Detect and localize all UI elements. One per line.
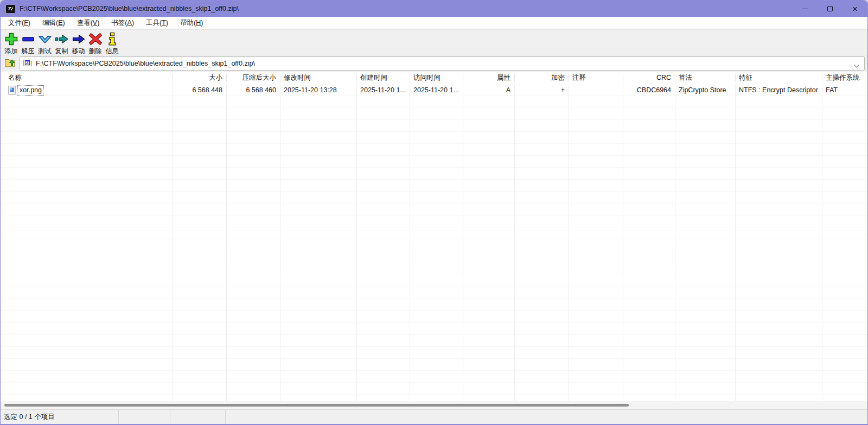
- column-header-packed-size[interactable]: 压缩后大小: [227, 72, 280, 84]
- grid-line: [735, 84, 736, 401]
- cell-created: 2025-11-20 1...: [357, 84, 410, 96]
- grid-line: [280, 84, 280, 401]
- status-cell-4: [226, 410, 867, 424]
- grid-line: [226, 84, 227, 401]
- menu-view[interactable]: 查看(V): [73, 17, 104, 29]
- table-body: xor.png6 568 4486 568 4602025-11-20 13:2…: [1, 84, 867, 401]
- address-bar: Z F:\CTF\Workspace\PCB2025\blue\blue\ext…: [1, 55, 867, 72]
- zip-archive-icon: Z: [23, 58, 33, 69]
- cell-crc: CBDC6964: [623, 84, 675, 96]
- parent-folder-button[interactable]: [3, 56, 18, 71]
- minimize-icon: [802, 9, 808, 9]
- window-controls: ×: [793, 1, 867, 17]
- chevron-down-icon[interactable]: [853, 61, 860, 71]
- info-label: 信息: [106, 47, 119, 56]
- add-label: 添加: [5, 47, 18, 56]
- 7zip-app-icon: 7z: [6, 5, 15, 13]
- menu-tools[interactable]: 工具(T): [142, 17, 173, 29]
- menu-help[interactable]: 帮助(H): [176, 17, 207, 29]
- menu-edit[interactable]: 编辑(E): [38, 17, 69, 29]
- plus-icon: [4, 32, 18, 46]
- extract-label: 解压: [22, 47, 35, 56]
- file-name[interactable]: xor.png: [17, 85, 44, 96]
- column-header-accessed[interactable]: 访问时间: [410, 72, 463, 84]
- grid-line: [514, 84, 515, 401]
- info-button[interactable]: 信息: [104, 31, 120, 56]
- grid-line: [172, 84, 173, 401]
- file-row-xor-png[interactable]: xor.png6 568 4486 568 4602025-11-20 13:2…: [1, 84, 867, 96]
- close-button[interactable]: ×: [843, 1, 867, 17]
- cell-comment: [569, 84, 623, 96]
- column-header-crc[interactable]: CRC: [623, 72, 675, 84]
- cell-size: 6 568 448: [173, 84, 227, 96]
- delete-button[interactable]: 删除: [87, 31, 104, 56]
- column-header-encrypted[interactable]: 加密: [515, 72, 569, 84]
- cell-modified: 2025-11-20 13:28: [280, 84, 357, 96]
- cell-name[interactable]: xor.png: [1, 84, 173, 96]
- cell-method: ZipCrypto Store: [675, 84, 736, 96]
- status-cell-2: [119, 410, 170, 424]
- minus-icon: [21, 32, 35, 46]
- column-header-method[interactable]: 算法: [675, 72, 736, 84]
- cell-encrypted: +: [515, 84, 569, 96]
- column-header-attributes[interactable]: 属性: [463, 72, 515, 84]
- horizontal-scrollbar[interactable]: [1, 401, 867, 409]
- maximize-icon: [827, 6, 833, 11]
- column-header-host-os[interactable]: 主操作系统: [822, 72, 867, 84]
- column-header-modified[interactable]: 修改时间: [280, 72, 357, 84]
- menu-file[interactable]: 文件(F): [4, 17, 35, 29]
- status-cell-3: [170, 410, 226, 424]
- grid-line: [356, 84, 357, 401]
- copy-arrow-icon: [55, 32, 69, 46]
- move-arrow-icon: [72, 32, 86, 46]
- table-header: 名称大小压缩后大小修改时间创建时间访问时间属性加密注释CRC算法特征主操作系统: [1, 72, 867, 84]
- grid-line: [822, 84, 822, 401]
- column-header-size[interactable]: 大小: [173, 72, 227, 84]
- menu-favorites[interactable]: 书签(A): [107, 17, 138, 29]
- scrollbar-thumb[interactable]: [4, 404, 629, 407]
- menu-bar: 文件(F) 编辑(E) 查看(V) 书签(A) 工具(T) 帮助(H): [1, 17, 867, 29]
- column-header-created[interactable]: 创建时间: [357, 72, 410, 84]
- checkmark-icon: [38, 32, 52, 46]
- grid-line: [569, 84, 569, 401]
- maximize-button[interactable]: [818, 1, 843, 17]
- add-button[interactable]: 添加: [3, 31, 20, 56]
- title-bar: 7z F:\CTF\Workspace\PCB2025\blue\blue\ex…: [1, 1, 867, 17]
- file-list: 名称大小压缩后大小修改时间创建时间访问时间属性加密注释CRC算法特征主操作系统 …: [1, 72, 867, 401]
- column-header-characteristics[interactable]: 特征: [736, 72, 822, 84]
- status-bar: 选定 0 / 1 个项目: [1, 409, 867, 424]
- grid-line: [410, 84, 410, 401]
- window-title: F:\CTF\Workspace\PCB2025\blue\blue\extra…: [20, 5, 239, 12]
- folder-up-icon: [4, 57, 16, 70]
- cell-packed-size: 6 568 460: [227, 84, 280, 96]
- move-label: 移动: [72, 47, 85, 56]
- address-path[interactable]: F:\CTF\Workspace\PCB2025\blue\blue\extra…: [36, 60, 255, 67]
- cell-attributes: A: [463, 84, 515, 96]
- png-file-icon: [8, 86, 16, 94]
- grid-line: [675, 84, 675, 401]
- move-button[interactable]: 移动: [70, 31, 87, 56]
- close-icon: ×: [852, 4, 858, 14]
- toolbar: 添加 解压 测试 复制 移动 删除 信息: [1, 29, 867, 55]
- column-header-comment[interactable]: 注释: [569, 72, 623, 84]
- cell-host-os: FAT: [822, 84, 867, 96]
- minimize-button[interactable]: [793, 1, 818, 17]
- svg-text:Z: Z: [26, 60, 29, 65]
- test-button[interactable]: 测试: [36, 31, 53, 56]
- column-header-name[interactable]: 名称: [1, 72, 173, 84]
- copy-label: 复制: [55, 47, 68, 56]
- copy-button[interactable]: 复制: [53, 31, 70, 56]
- test-label: 测试: [39, 47, 52, 56]
- red-x-icon: [88, 32, 103, 46]
- extract-button[interactable]: 解压: [20, 31, 36, 56]
- grid-line: [463, 84, 463, 401]
- cell-characteristics: NTFS : Encrypt Descriptor: [736, 84, 822, 96]
- 7zip-window: 7z F:\CTF\Workspace\PCB2025\blue\blue\ex…: [0, 0, 868, 425]
- delete-label: 删除: [89, 47, 102, 56]
- address-combo[interactable]: Z F:\CTF\Workspace\PCB2025\blue\blue\ext…: [20, 56, 865, 71]
- info-i-icon: [105, 32, 119, 46]
- grid-line: [623, 84, 623, 401]
- cell-accessed: 2025-11-20 1...: [410, 84, 463, 96]
- selection-status: 选定 0 / 1 个项目: [1, 410, 119, 424]
